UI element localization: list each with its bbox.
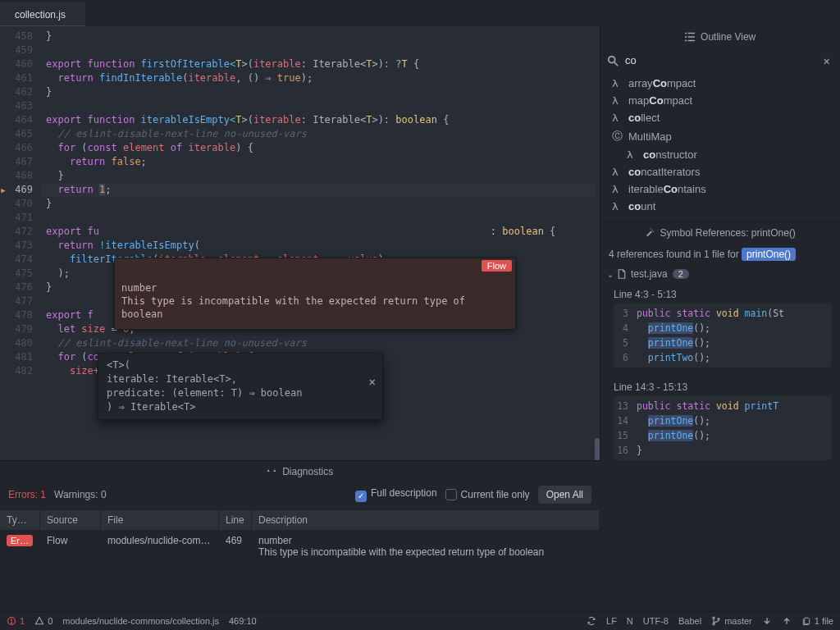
reference-count-badge: 2 [673,269,689,279]
svg-rect-0 [685,33,687,34]
close-icon[interactable]: ✕ [369,375,376,389]
symbol-kind-icon: λ [627,148,638,161]
diagnostics-title: Diagnostics [0,461,600,482]
symbol-references-header: Symbol References: printOne() [600,222,840,244]
status-warnings[interactable]: 0 [34,616,52,626]
svg-point-8 [651,229,652,230]
references-summary: 4 references found in 1 file for printOn… [600,244,840,265]
outline-item[interactable]: λmapCompact [600,92,840,109]
outline-search-input[interactable] [620,51,820,70]
outline-search: ✕ [600,48,840,73]
symbol-kind-icon: λ [612,77,623,89]
arrow-up-icon [782,616,792,626]
status-cursor[interactable]: 469:10 [229,616,257,626]
svg-point-16 [718,619,719,620]
svg-point-6 [609,56,615,62]
col-file[interactable]: File [101,510,219,530]
warnings-count[interactable]: Warnings: 0 [54,489,107,500]
search-icon [607,55,619,66]
symbol-kind-icon: λ [612,94,623,107]
checkbox-icon [355,491,367,502]
svg-point-9 [650,228,651,229]
outline-item[interactable]: λcollect [600,109,840,126]
symbol-kind-icon: Ⓒ [612,129,623,144]
error-icon [7,616,16,626]
status-errors[interactable]: 1 [7,616,25,626]
editor-scrollbar[interactable] [595,52,600,479]
outline-header: Outline View [600,26,840,48]
symbol-kind-icon: λ [612,183,623,195]
gutter[interactable]: 4584594604614624634644654664674684694704… [0,26,41,378]
chevron-down-icon: ⌄ [607,270,614,279]
branch-icon [711,616,721,626]
errors-count[interactable]: Errors: 1 [8,489,46,500]
error-line-2: This type is incompatible with the expec… [121,294,509,321]
svg-rect-3 [688,36,695,38]
scale-icon [267,467,276,477]
diagnostics-panel: Diagnostics Errors: 1 Warnings: 0 Full d… [0,460,600,611]
status-path[interactable]: modules/nuclide-commons/collection.js [62,616,219,626]
reference-file-row[interactable]: ⌄ test.java 2 [600,265,840,283]
sig-line: <T>( [107,358,374,372]
reference-range[interactable]: Line 4:3 - 5:13 [614,286,840,304]
flow-badge: Flow [482,260,512,272]
status-fetch[interactable] [762,616,772,626]
full-description-toggle[interactable]: Full description [355,487,437,502]
svg-point-15 [713,623,714,625]
status-insert-mode[interactable]: N [627,616,633,626]
tab-bar: collection.js [0,0,840,26]
clear-search-icon[interactable]: ✕ [820,54,833,67]
svg-point-13 [11,623,12,623]
sig-line: ) ⇒ Iterable<T> [107,400,374,414]
error-tooltip: Flow number This type is incompatible wi… [114,258,516,330]
editor-pane[interactable]: 4584594604614624634644654664674684694704… [0,26,600,460]
outline-item[interactable]: λconcatIterators [600,163,840,180]
status-line-ending[interactable]: LF [606,616,617,626]
file-icon [617,269,627,279]
reference-range[interactable]: Line 14:3 - 15:13 [614,379,840,396]
svg-line-7 [614,62,618,65]
outline-item[interactable]: λarrayCompact [600,75,840,92]
svg-rect-5 [688,40,695,42]
outline-list: λarrayCompactλmapCompactλcollectⒸMultiMa… [600,73,840,221]
col-line[interactable]: Line [219,510,252,530]
files-icon [801,616,811,626]
breakpoint-marker[interactable] [0,183,7,197]
current-file-only-toggle[interactable]: Current file only [445,489,530,500]
col-source[interactable]: Source [40,510,101,530]
col-type[interactable]: Ty… [0,510,40,530]
outline-item[interactable]: ⒸMultiMap [600,126,840,146]
diagnostics-row[interactable]: Er… Flow modules/nuclide-com… 469 number… [0,530,600,563]
reference-snippet[interactable]: 3public static void main(St4 printOne();… [614,304,832,368]
col-description[interactable]: Description [252,510,600,530]
symbol-kind-icon: λ [612,200,623,212]
list-icon [685,32,695,42]
arrow-down-icon [762,616,772,626]
reference-snippet[interactable]: 13public static void printT14 printOne()… [614,396,832,460]
status-sync[interactable] [587,616,596,626]
error-line-1: number [121,281,509,294]
outline-item[interactable]: λiterableContains [600,180,840,198]
status-files[interactable]: 1 file [801,616,833,626]
outline-item[interactable]: λcount [600,198,840,215]
sig-line: iterable: Iterable<T>, [107,372,374,386]
tab-collection-js[interactable]: collection.js [0,2,85,26]
status-branch[interactable]: master [711,616,752,626]
diagnostics-table: Ty… Source File Line Description Er… Flo… [0,510,600,563]
sync-icon [587,616,596,626]
svg-rect-4 [685,40,687,42]
symbol-kind-icon: λ [612,112,623,124]
wand-icon [645,228,654,237]
open-all-button[interactable]: Open All [538,486,591,504]
error-badge: Er… [7,535,33,546]
symbol-kind-icon: λ [612,166,623,178]
svg-rect-1 [688,33,695,34]
status-language[interactable]: Babel [678,616,701,626]
sig-line: predicate: (element: T) ⇒ boolean [107,386,374,400]
status-push[interactable] [782,616,792,626]
status-encoding[interactable]: UTF-8 [643,616,669,626]
warning-icon [34,616,44,626]
svg-point-14 [713,617,714,619]
signature-tooltip: ✕ <T>( iterable: Iterable<T>, predicate:… [98,353,383,420]
outline-item[interactable]: λconstructor [600,146,840,163]
